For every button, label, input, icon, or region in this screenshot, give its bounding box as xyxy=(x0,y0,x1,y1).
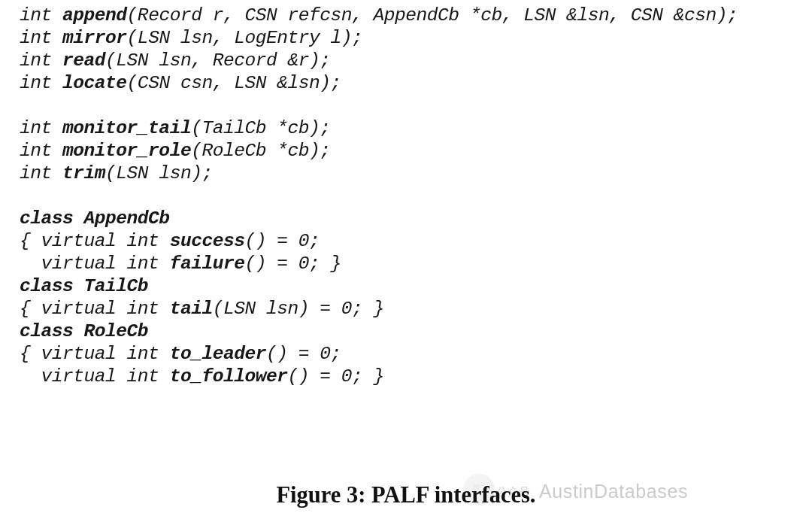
code-line: { virtual int to_leader() = 0; xyxy=(20,343,792,366)
code-line: int trim(LSN lsn); xyxy=(20,162,792,185)
code-token: (CSN csn, LSN &lsn); xyxy=(127,73,341,93)
code-token: RoleCb xyxy=(84,321,149,341)
code-line: virtual int to_follower() = 0; } xyxy=(20,366,792,388)
code-token: () = 0; } xyxy=(244,253,341,274)
code-token: (LSN lsn, Record &r); xyxy=(105,50,330,71)
code-token: virtual int xyxy=(20,253,170,274)
code-token: int xyxy=(20,5,62,26)
code-token: trim xyxy=(62,163,105,184)
code-line: class TailCb xyxy=(20,275,792,298)
code-token: AppendCb xyxy=(84,208,170,229)
code-token: locate xyxy=(62,73,127,93)
code-token: int xyxy=(20,73,62,93)
code-token: read xyxy=(62,50,105,71)
code-line xyxy=(20,185,792,208)
code-token: TailCb xyxy=(84,276,149,296)
code-line: class RoleCb xyxy=(20,320,792,343)
code-token: to_leader xyxy=(170,344,266,364)
code-token: { virtual int xyxy=(20,231,170,251)
code-token: () = 0; xyxy=(266,344,341,364)
code-token: { virtual int xyxy=(20,344,170,364)
code-token: { virtual int xyxy=(20,299,170,319)
code-token: int xyxy=(20,163,62,184)
code-token: class xyxy=(20,208,84,229)
code-token: (TailCb *cb); xyxy=(191,118,330,138)
code-token: () = 0; xyxy=(244,231,320,251)
code-token: (RoleCb *cb); xyxy=(191,141,330,161)
code-token: () = 0; } xyxy=(287,366,383,387)
code-line: int append(Record r, CSN refcsn, AppendC… xyxy=(20,5,792,27)
code-token: to_follower xyxy=(170,366,288,387)
code-token: failure xyxy=(170,253,245,274)
code-line: { virtual int success() = 0; xyxy=(20,230,792,253)
code-token: (LSN lsn) = 0; } xyxy=(213,299,384,319)
code-token: (LSN lsn); xyxy=(105,163,213,184)
code-line: { virtual int tail(LSN lsn) = 0; } xyxy=(20,298,792,320)
code-line: int monitor_role(RoleCb *cb); xyxy=(20,140,792,162)
code-token: append xyxy=(62,5,127,26)
code-token: virtual int xyxy=(20,366,170,387)
code-token: success xyxy=(170,231,245,251)
code-token: int xyxy=(20,118,62,138)
code-line: int monitor_tail(TailCb *cb); xyxy=(20,117,792,140)
code-token: int xyxy=(20,50,62,71)
page: int append(Record r, CSN refcsn, AppendC… xyxy=(0,0,812,519)
code-token: (Record r, CSN refcsn, AppendCb *cb, LSN… xyxy=(127,5,738,26)
code-token: int xyxy=(20,141,62,161)
code-line: int locate(CSN csn, LSN &lsn); xyxy=(20,72,792,95)
code-token: tail xyxy=(170,299,213,319)
figure-caption-row: Figure 3: PALF interfaces. xyxy=(0,482,812,508)
code-line: int read(LSN lsn, Record &r); xyxy=(20,50,792,72)
code-token: class xyxy=(20,276,84,296)
code-line: int mirror(LSN lsn, LogEntry l); xyxy=(20,27,792,50)
code-listing: int append(Record r, CSN refcsn, AppendC… xyxy=(20,5,792,388)
figure-caption: Figure 3: PALF interfaces. xyxy=(276,482,535,508)
code-token: class xyxy=(20,321,84,341)
code-token: mirror xyxy=(62,28,127,48)
code-token: monitor_role xyxy=(62,141,191,161)
code-token: monitor_tail xyxy=(62,118,191,138)
code-line: class AppendCb xyxy=(20,208,792,230)
code-token: int xyxy=(20,28,62,48)
code-token: (LSN lsn, LogEntry l); xyxy=(127,28,363,48)
code-line: virtual int failure() = 0; } xyxy=(20,253,792,275)
code-line xyxy=(20,95,792,117)
